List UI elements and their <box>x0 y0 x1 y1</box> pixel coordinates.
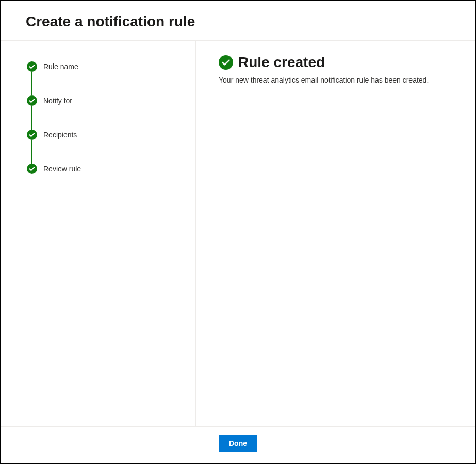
step-recipients[interactable]: Recipients <box>27 130 180 140</box>
step-label: Recipients <box>43 131 77 139</box>
step-connector <box>31 140 32 164</box>
step-connector <box>31 106 32 130</box>
svg-point-3 <box>27 164 37 174</box>
wizard-steps-list: Rule name Notify for <box>27 61 180 174</box>
success-check-icon <box>219 55 233 70</box>
dialog-footer: Done <box>1 426 475 463</box>
svg-point-1 <box>27 95 37 106</box>
result-subtext: Your new threat analytics email notifica… <box>219 76 452 84</box>
result-heading: Rule created <box>238 54 325 71</box>
step-notify-for[interactable]: Notify for <box>27 95 180 106</box>
step-label: Rule name <box>43 62 78 71</box>
result-heading-row: Rule created <box>219 54 452 71</box>
check-circle-icon <box>27 95 37 106</box>
dialog-header: Create a notification rule <box>1 1 475 41</box>
step-label: Notify for <box>43 97 72 105</box>
check-circle-icon <box>27 164 37 174</box>
svg-point-2 <box>27 130 37 140</box>
svg-point-0 <box>27 61 37 72</box>
step-label: Review rule <box>43 165 81 173</box>
check-circle-icon <box>27 130 37 140</box>
step-connector <box>31 72 32 95</box>
step-review-rule[interactable]: Review rule <box>27 164 180 174</box>
svg-point-4 <box>219 55 233 70</box>
done-button[interactable]: Done <box>219 435 257 452</box>
dialog-body: Rule name Notify for <box>1 41 475 426</box>
check-circle-icon <box>27 61 37 72</box>
wizard-steps-sidebar: Rule name Notify for <box>1 41 196 426</box>
step-rule-name[interactable]: Rule name <box>27 61 180 72</box>
main-panel: Rule created Your new threat analytics e… <box>196 41 475 426</box>
dialog-title: Create a notification rule <box>26 13 450 30</box>
